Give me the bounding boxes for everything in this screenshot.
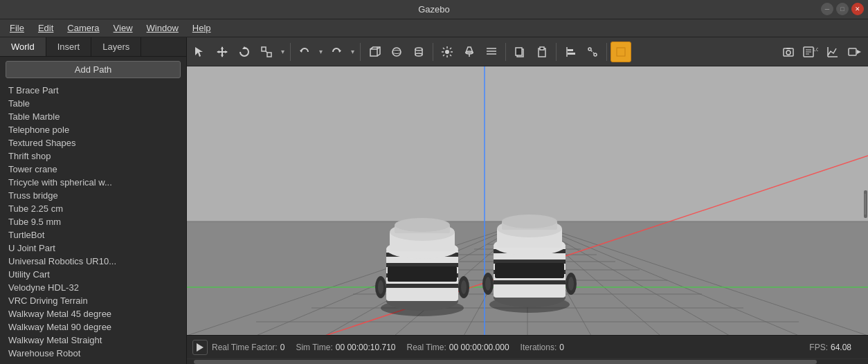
list-item[interactable]: Textured Shapes bbox=[0, 136, 186, 149]
shape-active-btn[interactable] bbox=[611, 42, 631, 62]
add-path-button[interactable]: Add Path bbox=[6, 61, 181, 78]
iterations-value: 0 bbox=[559, 343, 564, 352]
svg-point-23 bbox=[445, 50, 449, 54]
select-tool-btn[interactable] bbox=[190, 42, 210, 62]
list-item[interactable]: U Joint Part bbox=[0, 242, 186, 255]
list-item[interactable]: Table bbox=[0, 97, 186, 110]
sep2 bbox=[360, 43, 361, 61]
point-light-btn[interactable] bbox=[437, 42, 458, 62]
list-item[interactable]: Walkway Metal 45 degree bbox=[0, 307, 186, 320]
list-item[interactable]: Tube 2.25 cm bbox=[0, 202, 186, 215]
menu-file[interactable]: File bbox=[3, 21, 31, 35]
svg-rect-106 bbox=[388, 266, 457, 282]
statusbar: Real Time Factor: 0 Sim Time: 00 00:00:1… bbox=[187, 335, 868, 358]
sphere-btn[interactable] bbox=[386, 42, 407, 62]
cylinder-btn[interactable] bbox=[408, 42, 429, 62]
list-item[interactable]: Velodyne HDL-32 bbox=[0, 281, 186, 294]
svg-rect-59 bbox=[849, 48, 856, 55]
sep6 bbox=[606, 43, 607, 61]
svg-point-105 bbox=[395, 218, 450, 232]
sim-time-label: Sim Time: bbox=[296, 343, 332, 352]
menu-view[interactable]: View bbox=[107, 21, 140, 35]
svg-rect-9 bbox=[267, 53, 271, 57]
list-item[interactable]: Utility Cart bbox=[0, 268, 186, 281]
copy-btn[interactable] bbox=[509, 42, 530, 62]
svg-point-45 bbox=[588, 48, 591, 51]
redo-btn[interactable] bbox=[326, 42, 347, 62]
menu-help[interactable]: Help bbox=[186, 21, 218, 35]
right-area: ▾ ▾ ▾ bbox=[187, 37, 868, 364]
minimize-btn[interactable]: ─ bbox=[821, 3, 833, 15]
plot-btn[interactable] bbox=[822, 42, 843, 62]
svg-marker-6 bbox=[225, 51, 228, 53]
svg-marker-130 bbox=[197, 343, 204, 352]
list-item[interactable]: Universal Robotics UR10... bbox=[0, 255, 186, 268]
redo-dropdown[interactable]: ▾ bbox=[348, 42, 356, 62]
sep3 bbox=[433, 43, 433, 61]
screenshot-btn[interactable] bbox=[778, 42, 799, 62]
sep1 bbox=[290, 43, 291, 61]
align-btn[interactable] bbox=[560, 42, 581, 62]
sep4 bbox=[505, 43, 506, 61]
main-layout: World Insert Layers Add Path T Brace Par… bbox=[0, 37, 868, 364]
translate-tool-btn[interactable] bbox=[212, 42, 233, 62]
list-item[interactable]: Truss bridge bbox=[0, 189, 186, 202]
svg-point-17 bbox=[392, 48, 401, 56]
list-item[interactable]: Telephone pole bbox=[0, 123, 186, 136]
svg-rect-51 bbox=[786, 48, 790, 49]
play-button[interactable] bbox=[192, 340, 208, 355]
box-btn[interactable] bbox=[364, 42, 385, 62]
dir-light-btn[interactable] bbox=[481, 42, 502, 62]
svg-point-22 bbox=[415, 53, 422, 56]
tab-layers[interactable]: Layers bbox=[91, 37, 141, 56]
spot-light-btn[interactable] bbox=[459, 42, 480, 62]
list-item[interactable]: Tricycle with spherical w... bbox=[0, 176, 186, 189]
log-btn[interactable]: LOG bbox=[800, 42, 821, 62]
list-item[interactable]: Thrift shop bbox=[0, 149, 186, 163]
rotate-tool-btn[interactable] bbox=[234, 42, 255, 62]
list-item[interactable]: Walkway Metal 90 degree bbox=[0, 320, 186, 334]
list-item[interactable]: Walkway Metal Straight bbox=[0, 334, 186, 347]
list-item[interactable]: VRC Driving Terrain bbox=[0, 294, 186, 307]
real-time-factor-label: Real Time Factor: bbox=[212, 343, 278, 352]
menu-window[interactable]: Window bbox=[140, 21, 186, 35]
list-item[interactable]: TurtleBot bbox=[0, 228, 186, 242]
undo-btn[interactable] bbox=[294, 42, 315, 62]
scrollbar-thumb[interactable] bbox=[194, 360, 817, 364]
close-btn[interactable]: ✕ bbox=[851, 3, 864, 15]
real-time-factor-value: 0 bbox=[280, 343, 285, 352]
svg-line-28 bbox=[443, 48, 444, 49]
sim-time-value: 00 00:00:10.710 bbox=[336, 343, 396, 352]
list-item[interactable]: T Brace Part bbox=[0, 84, 186, 97]
maximize-btn[interactable]: □ bbox=[836, 3, 849, 15]
3d-viewport[interactable] bbox=[187, 66, 868, 335]
list-item[interactable]: Tower crane bbox=[0, 163, 186, 176]
real-time-label: Real Time: bbox=[406, 343, 446, 352]
menu-camera[interactable]: Camera bbox=[60, 21, 106, 35]
svg-point-126 bbox=[485, 277, 491, 291]
titlebar: Gazebo ─ □ ✕ bbox=[0, 0, 868, 19]
fps-label: FPS: bbox=[809, 343, 828, 352]
window-controls[interactable]: ─ □ ✕ bbox=[821, 3, 864, 15]
svg-line-47 bbox=[591, 51, 594, 53]
snap-btn[interactable] bbox=[582, 42, 603, 62]
tab-insert[interactable]: Insert bbox=[46, 37, 92, 56]
iterations-segment: Iterations: 0 bbox=[521, 343, 564, 352]
menu-edit[interactable]: Edit bbox=[31, 21, 60, 35]
svg-marker-4 bbox=[221, 55, 224, 57]
horizontal-scrollbar[interactable] bbox=[187, 358, 868, 364]
fps-segment: FPS: 64.08 bbox=[809, 343, 851, 352]
tab-world[interactable]: World bbox=[0, 37, 46, 56]
undo-dropdown[interactable]: ▾ bbox=[316, 42, 325, 62]
record-btn[interactable] bbox=[844, 42, 865, 62]
svg-rect-13 bbox=[370, 49, 377, 56]
real-time-segment: Real Time: 00 00:00:00.000 bbox=[406, 343, 509, 352]
model-list[interactable]: T Brace Part Table Table Marble Telephon… bbox=[0, 82, 186, 364]
paste-btn[interactable] bbox=[532, 42, 552, 62]
svg-rect-43 bbox=[568, 49, 573, 51]
scale-tool-btn[interactable] bbox=[256, 42, 277, 62]
scale-dropdown-arrow[interactable]: ▾ bbox=[278, 42, 287, 62]
list-item[interactable]: Table Marble bbox=[0, 110, 186, 123]
list-item[interactable]: Tube 9.5 mm bbox=[0, 215, 186, 228]
list-item[interactable]: Warehouse Robot bbox=[0, 347, 186, 360]
